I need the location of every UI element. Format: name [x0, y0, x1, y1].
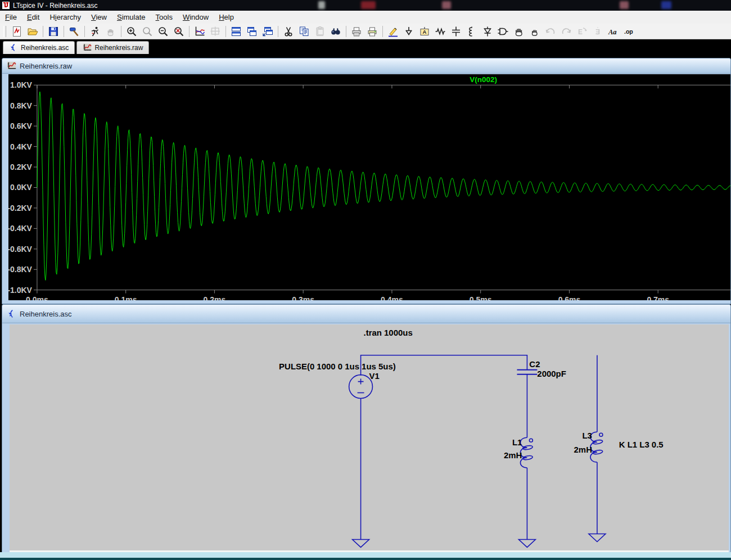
titlebar-artifact	[620, 1, 629, 9]
waveform-window-title: Reihenkreis.raw	[20, 62, 72, 70]
text-button[interactable]: Aa	[606, 24, 621, 39]
zoom-extents-button[interactable]	[171, 24, 187, 39]
mirror-button: E	[590, 24, 606, 39]
v1-value-text[interactable]: PULSE(0 1000 0 1us 1us 5us)	[279, 362, 396, 371]
spice-directive-button[interactable]: .op	[621, 24, 637, 39]
wire-button[interactable]	[385, 24, 401, 39]
waveform-icon	[7, 61, 16, 71]
x-axis-tick-label: 0.4ms	[381, 295, 403, 300]
titlebar-artifact	[661, 1, 671, 9]
v1-name-text[interactable]: V1	[369, 371, 380, 381]
toolbar-separator	[346, 26, 346, 37]
spice-directive-text[interactable]: .tran 1000us	[364, 328, 413, 337]
tile-vertical-button[interactable]	[244, 24, 260, 39]
tile-horizontal-button[interactable]	[228, 24, 244, 39]
menu-file[interactable]: File	[0, 11, 22, 23]
waveform-window-titlebar[interactable]: Reihenkreis.raw	[2, 58, 730, 74]
menu-tools[interactable]: Tools	[151, 11, 178, 23]
ltspice-main-window: LTspice IV - Reihenkreis.asc FileEditHie…	[0, 0, 731, 560]
tab-reihenkreis.raw[interactable]: Reihenkreis.raw	[76, 41, 149, 54]
x-axis-tick-label: 0.1ms	[115, 295, 137, 300]
menu-edit[interactable]: Edit	[22, 11, 44, 23]
zoom-out-button[interactable]	[155, 24, 171, 39]
x-axis-tick-label: 0.3ms	[292, 295, 314, 300]
capacitor-button[interactable]	[448, 24, 464, 39]
window-title: LTspice IV - Reihenkreis.asc	[13, 2, 98, 10]
copy-button[interactable]	[296, 24, 312, 39]
toolbar-grip[interactable]	[3, 26, 6, 37]
mdi-client-area: Reihenkreis.raw 1.0KV0.8KV0.6KV0.4KV0.2K…	[0, 54, 731, 560]
toolbar-separator	[189, 26, 189, 37]
toolbar: AEEAa.op	[0, 24, 731, 39]
resistor-button[interactable]	[432, 24, 448, 39]
c2-name-text[interactable]: C2	[529, 359, 540, 369]
y-axis-tick-label: 0.4KV	[10, 142, 33, 151]
open-button[interactable]	[25, 24, 40, 39]
tab-strip: Reihenkreis.ascReihenkreis.raw	[0, 39, 731, 54]
toolbar-separator	[43, 26, 43, 37]
titlebar-artifact	[361, 1, 376, 9]
ground-symbol[interactable]	[518, 540, 535, 548]
svg-text:.op: .op	[624, 28, 633, 34]
c2-value-text[interactable]: 2000pF	[537, 369, 566, 378]
menu-hierarchy[interactable]: Hierarchy	[44, 11, 86, 23]
diode-button[interactable]	[480, 24, 495, 39]
toolbar-separator	[278, 26, 278, 37]
l1-value-text[interactable]: 2mH	[504, 450, 522, 460]
pan-button	[207, 24, 223, 39]
svg-text:A: A	[423, 29, 427, 35]
toolbar-separator	[84, 26, 85, 37]
ground-symbol[interactable]	[589, 534, 606, 542]
schematic-window-titlebar[interactable]: Reihenkreis.asc	[2, 305, 730, 323]
drag-button[interactable]	[527, 24, 543, 39]
menu-window[interactable]: Window	[178, 11, 214, 23]
y-axis-tick-label: 1.0KV	[10, 80, 33, 89]
tab-reihenkreis.asc[interactable]: Reihenkreis.asc	[3, 41, 75, 54]
toolbar-separator	[225, 26, 226, 37]
waveform-plot-area[interactable]: 1.0KV0.8KV0.6KV0.4KV0.2KV0.0KV-0.2KV-0.4…	[8, 74, 730, 300]
l3-name-text[interactable]: L3	[583, 431, 592, 440]
find-button[interactable]	[328, 24, 344, 39]
undo-button	[543, 24, 558, 39]
autorange-y-button[interactable]	[192, 24, 207, 39]
menu-view[interactable]: View	[86, 11, 112, 23]
inductor-l3[interactable]	[590, 432, 603, 462]
move-button[interactable]	[511, 24, 527, 39]
ground-symbol[interactable]	[353, 540, 369, 548]
print-button[interactable]	[364, 24, 380, 39]
schematic-canvas[interactable]: .tran 1000us PULSE(0 1000 0 1us 1us 5us)…	[10, 324, 729, 550]
control-panel-button[interactable]	[66, 24, 82, 39]
toolbar-separator	[121, 26, 121, 37]
voltage-trace[interactable]	[37, 92, 730, 280]
x-axis-tick-label: 0.0ms	[26, 295, 48, 300]
net-label-button[interactable]: A	[417, 24, 432, 39]
window-titlebar[interactable]: LTspice IV - Reihenkreis.asc	[0, 0, 731, 11]
new-schematic-button[interactable]	[9, 24, 25, 39]
bottom-strip-edge	[0, 558, 731, 560]
capacitor-c2[interactable]	[517, 370, 537, 374]
titlebar-artifact	[442, 1, 451, 9]
toolbar-separator	[64, 26, 64, 37]
y-axis-tick-label: -1.0KV	[8, 286, 33, 295]
zoom-in-button[interactable]	[124, 24, 139, 39]
l3-value-text[interactable]: 2mH	[574, 445, 592, 454]
coupling-text[interactable]: K L1 L3 0.5	[619, 440, 664, 449]
y-axis-tick-label: 0.2KV	[10, 162, 33, 171]
menu-simulate[interactable]: Simulate	[112, 11, 151, 23]
y-axis-tick-label: -0.6KV	[8, 245, 33, 254]
save-button[interactable]	[46, 24, 61, 39]
svg-text:Aa: Aa	[608, 28, 617, 35]
l1-name-text[interactable]: L1	[512, 437, 522, 447]
component-button[interactable]	[495, 24, 511, 39]
menu-bar: FileEditHierarchyViewSimulateToolsWindow…	[0, 11, 731, 24]
inductor-button[interactable]	[464, 24, 480, 39]
inductor-l1[interactable]	[520, 437, 533, 468]
menu-help[interactable]: Help	[214, 11, 239, 23]
cut-button[interactable]	[281, 24, 296, 39]
run-button[interactable]	[87, 24, 103, 39]
print-preview-button[interactable]	[349, 24, 364, 39]
ground-button[interactable]	[401, 24, 417, 39]
cascade-button[interactable]	[260, 24, 276, 39]
rotate-button: E	[574, 24, 590, 39]
trace-label[interactable]: V(n002)	[470, 75, 497, 84]
